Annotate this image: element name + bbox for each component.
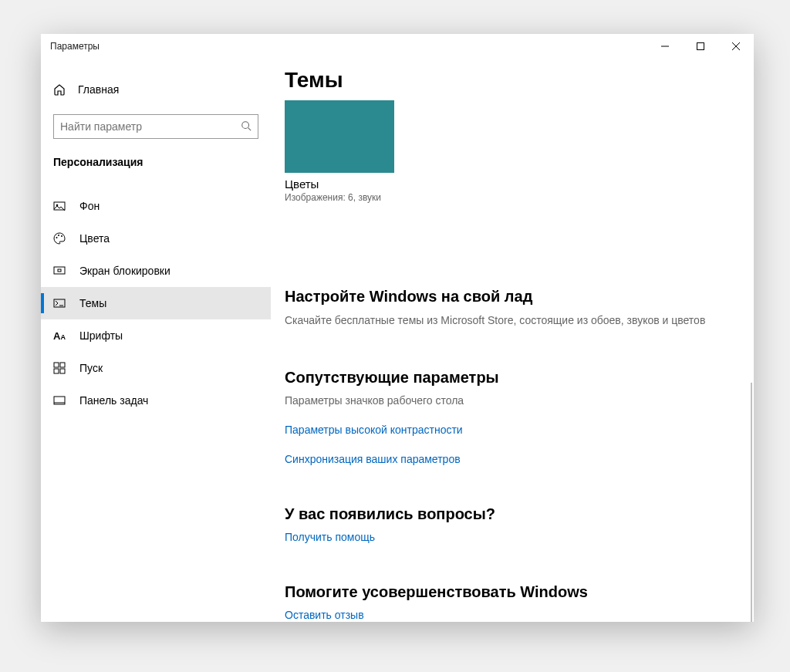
- sidebar-item-taskbar[interactable]: Панель задач: [41, 384, 271, 417]
- svg-rect-14: [54, 363, 59, 367]
- section-description: Скачайте бесплатные темы из Microsoft St…: [285, 313, 735, 329]
- sidebar-category: Персонализация: [41, 148, 271, 171]
- theme-subtitle: Изображения: 6, звуки: [285, 192, 735, 203]
- scrollbar[interactable]: [751, 383, 752, 622]
- window-title: Параметры: [50, 41, 100, 52]
- sidebar-item-lockscreen[interactable]: Экран блокировки: [41, 255, 271, 287]
- titlebar: Параметры: [41, 34, 754, 59]
- link-get-help[interactable]: Получить помощь: [285, 531, 735, 543]
- home-label: Главная: [78, 83, 119, 96]
- svg-rect-11: [54, 267, 65, 274]
- svg-point-8: [56, 237, 58, 238]
- sidebar-item-label: Экран блокировки: [79, 265, 170, 277]
- related-section: Сопутствующие параметры Параметры значко…: [285, 369, 735, 465]
- section-heading: Настройте Windows на свой лад: [285, 288, 735, 306]
- font-icon: AA: [53, 329, 66, 342]
- svg-rect-17: [60, 369, 65, 373]
- svg-rect-1: [697, 43, 704, 50]
- sidebar-item-fonts[interactable]: AA Шрифты: [41, 319, 271, 352]
- home-link[interactable]: Главная: [41, 76, 271, 103]
- maximize-icon: [697, 42, 704, 50]
- link-sync-settings[interactable]: Синхронизация ваших параметров: [285, 453, 735, 465]
- sidebar-item-label: Шрифты: [79, 329, 123, 342]
- theme-thumbnail: [285, 100, 394, 173]
- svg-point-9: [58, 235, 59, 236]
- svg-point-10: [61, 235, 62, 237]
- feedback-section: Помогите усовершенствовать Windows Остав…: [285, 583, 735, 621]
- minimize-button[interactable]: [647, 34, 683, 59]
- sidebar-item-label: Панель задач: [79, 394, 148, 407]
- search-input[interactable]: [60, 120, 241, 133]
- sidebar-item-label: Темы: [79, 297, 106, 309]
- maximize-button[interactable]: [683, 34, 718, 59]
- section-heading: Сопутствующие параметры: [285, 369, 735, 387]
- link-feedback[interactable]: Оставить отзыв: [285, 609, 735, 621]
- page-title: Темы: [285, 68, 735, 93]
- sidebar-item-background[interactable]: Фон: [41, 190, 271, 222]
- svg-rect-16: [54, 369, 59, 373]
- theme-card[interactable]: Цветы Изображения: 6, звуки: [285, 100, 735, 203]
- svg-line-5: [248, 127, 252, 130]
- picture-icon: [53, 200, 66, 212]
- close-icon: [732, 42, 740, 50]
- customize-section: Настройте Windows на свой лад Скачайте б…: [285, 288, 735, 329]
- themes-icon: [53, 297, 66, 309]
- sidebar-item-start[interactable]: Пуск: [41, 352, 271, 384]
- close-button[interactable]: [718, 34, 754, 59]
- sidebar-item-themes[interactable]: Темы: [41, 287, 271, 319]
- svg-point-4: [242, 121, 249, 128]
- sidebar-item-label: Пуск: [79, 362, 103, 374]
- sidebar: Главная Персонализация Фон Цвета: [41, 59, 271, 622]
- start-icon: [53, 362, 66, 374]
- lockscreen-icon: [53, 265, 66, 277]
- sidebar-nav: Фон Цвета Экран блокировки Темы AA Шрифт…: [41, 190, 271, 417]
- search-input-wrapper[interactable]: [53, 114, 258, 139]
- sidebar-item-colors[interactable]: Цвета: [41, 222, 271, 255]
- sidebar-item-label: Цвета: [79, 232, 110, 245]
- svg-rect-15: [60, 363, 65, 367]
- palette-icon: [53, 232, 66, 245]
- settings-window: Параметры Главная Пер: [41, 34, 754, 622]
- sidebar-item-label: Фон: [79, 200, 100, 212]
- home-icon: [53, 83, 66, 96]
- search-icon: [241, 120, 252, 133]
- svg-rect-12: [58, 269, 61, 272]
- link-high-contrast[interactable]: Параметры высокой контрастности: [285, 424, 735, 436]
- theme-name: Цветы: [285, 177, 735, 191]
- section-heading: Помогите усовершенствовать Windows: [285, 583, 735, 601]
- taskbar-icon: [53, 394, 66, 407]
- content-area: Темы Цветы Изображения: 6, звуки Настрой…: [271, 59, 754, 622]
- help-section: У вас появились вопросы? Получить помощь: [285, 505, 735, 543]
- minimize-icon: [661, 42, 669, 50]
- related-plain-text: Параметры значков рабочего стола: [285, 394, 735, 407]
- section-heading: У вас появились вопросы?: [285, 505, 735, 523]
